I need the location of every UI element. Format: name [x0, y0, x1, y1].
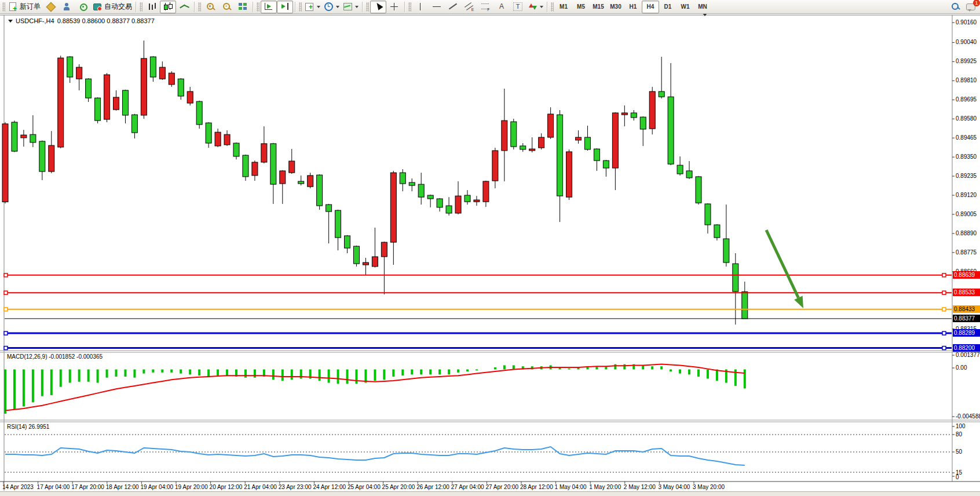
price-axis-label: 0.88890	[956, 230, 977, 236]
fibonacci-button[interactable]: F	[477, 1, 493, 13]
toolbar-grip[interactable]	[2, 2, 5, 12]
time-axis-label: 18 Apr 12:00	[106, 484, 139, 490]
timeframe-m15-button[interactable]: M15	[590, 1, 607, 13]
price-axis-label: 0.90160	[956, 19, 977, 25]
timeframe-h1-button[interactable]: H1	[624, 1, 642, 13]
toolbar-grip[interactable]	[257, 2, 259, 12]
candlestick-chart-button[interactable]	[160, 1, 176, 13]
macd-axis-label: -0.004588	[956, 413, 980, 420]
chat-badge: 1	[973, 0, 980, 6]
toolbar-grip[interactable]	[408, 2, 411, 12]
chart-title-row: USDCHF-,H4 0.88539 0.88600 0.88377 0.883…	[8, 17, 155, 24]
toolbar-separator	[253, 2, 254, 12]
macd-label-row: MACD(12,26,9) -0.001852 -0.000365	[7, 353, 103, 360]
hline-button[interactable]	[429, 1, 445, 13]
timeframe-m1-button[interactable]: M1	[555, 1, 572, 13]
time-axis-label: 17 Apr 20:00	[71, 484, 104, 490]
toolbar-grip[interactable]	[140, 2, 142, 12]
autotrading-button[interactable]: 自动交易	[91, 1, 134, 13]
bar-chart-button[interactable]	[144, 1, 160, 13]
price-axis-label: 0.89925	[956, 58, 977, 64]
tile-windows-button[interactable]	[235, 1, 251, 13]
price-axis-label: 0.89810	[956, 77, 977, 83]
arrows-button[interactable]	[526, 1, 545, 13]
price-axis-label: 0.89695	[956, 96, 977, 103]
time-axis-label: 23 Apr 23:00	[279, 484, 312, 490]
price-axis-label: 0.89235	[956, 173, 977, 179]
trendline-button[interactable]	[445, 1, 461, 13]
autotrading-button-label: 自动交易	[104, 2, 132, 12]
timeframe-h4-button[interactable]: H4	[642, 1, 659, 13]
time-axis-label: 25 Apr 20:00	[382, 484, 415, 490]
price-axis-label: 0.89120	[956, 192, 977, 198]
time-axis-label: 27 Apr 20:00	[485, 484, 518, 490]
toolbar-separator	[404, 2, 405, 12]
chevron-down-icon	[540, 6, 543, 8]
auto-scroll-button[interactable]	[261, 1, 277, 13]
time-axis-label: 24 Apr 12:00	[313, 484, 346, 490]
horizontal-scrollbar[interactable]	[0, 491, 980, 496]
crosshair-button[interactable]	[386, 1, 403, 13]
timeframe-m30-button[interactable]: M30	[607, 1, 624, 13]
indicators-button[interactable]: +	[303, 1, 322, 13]
timeframe-d1-button[interactable]: D1	[659, 1, 677, 13]
cursor-button[interactable]	[370, 1, 386, 13]
macd-indicator-values: -0.001852 -0.000365	[49, 353, 103, 360]
level-price-tag: 0.88533	[953, 289, 980, 296]
level-price-tag: 0.88433	[953, 305, 980, 313]
toolbar-separator	[136, 2, 137, 12]
price-axis-label: 0.88775	[956, 249, 977, 256]
time-axis-label: 14 Apr 2023	[2, 484, 34, 490]
toolbar-grip[interactable]	[198, 2, 201, 12]
price-axis-label: 0.89465	[956, 134, 977, 141]
time-axis-label: 1 May 20:00	[589, 484, 621, 490]
chart-window[interactable]: USDCHF-,H4 0.88539 0.88600 0.88377 0.883…	[0, 14, 980, 496]
time-axis-label: 28 Apr 12:00	[520, 484, 553, 490]
vline-button[interactable]	[412, 1, 429, 13]
macd-axis-label: 0.001377	[956, 352, 980, 358]
price-axis-label: 0.89350	[956, 154, 977, 160]
chart-symbol-timeframe: USDCHF-,H4	[16, 17, 54, 24]
label-button[interactable]: T	[510, 1, 526, 13]
text-button[interactable]: A	[493, 1, 510, 13]
time-axis-label: 27 Apr 04:00	[451, 484, 484, 490]
profile-button[interactable]	[58, 1, 75, 13]
rsi-axis-label: 0	[956, 474, 959, 480]
timeframe-m5-button[interactable]: M5	[572, 1, 590, 13]
channel-button[interactable]: E	[461, 1, 477, 13]
new-order-button[interactable]: +新订单	[6, 1, 42, 13]
toolbar-separator	[362, 2, 363, 12]
level-price-tag: 0.88200	[953, 344, 980, 352]
chart-ohlc-values: 0.88539 0.88600 0.88377 0.88377	[57, 17, 155, 24]
level-price-tag: 0.88289	[953, 329, 980, 337]
timeframe-w1-button[interactable]: W1	[677, 1, 694, 13]
chat-icon[interactable]: 1	[966, 2, 977, 12]
rsi-indicator-label: RSI(14)	[7, 424, 27, 430]
toolbar-grip[interactable]	[299, 2, 302, 12]
chart-shift-marker[interactable]	[703, 16, 707, 27]
chart-dropdown-icon[interactable]	[8, 20, 13, 23]
signals-button[interactable]	[75, 1, 91, 13]
chart-shift-button[interactable]	[277, 1, 293, 13]
chevron-down-icon	[317, 6, 320, 8]
chevron-down-icon	[336, 6, 339, 8]
toolbar-separator	[194, 2, 195, 12]
periods-button[interactable]	[322, 1, 341, 13]
time-axis-label: 2 May 12:00	[624, 484, 656, 490]
price-axis-label: 0.89580	[956, 115, 977, 122]
templates-button[interactable]	[341, 1, 360, 13]
search-icon[interactable]	[951, 2, 960, 12]
macd-axis-label: 0.00	[956, 364, 967, 371]
chart-canvas	[0, 14, 980, 496]
styler-button[interactable]	[42, 1, 58, 13]
timeframe-mn-button[interactable]: MN	[694, 1, 711, 13]
zoom-in-button[interactable]: +	[202, 1, 218, 13]
level-price-tag: 0.88377	[953, 315, 980, 322]
rsi-axis-label: 50	[956, 448, 962, 455]
zoom-out-button[interactable]: -	[218, 1, 235, 13]
toolbar-separator	[295, 2, 296, 12]
time-axis-label: 26 Apr 12:00	[416, 484, 449, 490]
toolbar-grip[interactable]	[366, 2, 369, 12]
time-axis-label: 3 May 04:00	[658, 484, 690, 490]
line-chart-button[interactable]	[176, 1, 192, 13]
